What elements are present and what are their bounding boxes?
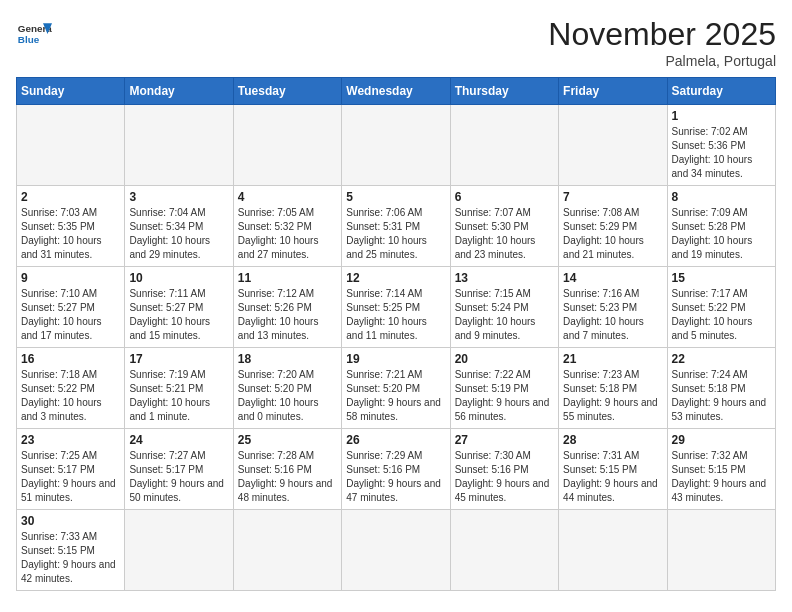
day-number: 18	[238, 352, 337, 366]
day-info: Sunrise: 7:17 AM Sunset: 5:22 PM Dayligh…	[672, 287, 771, 343]
logo-icon: General Blue	[16, 16, 52, 52]
table-row: 4Sunrise: 7:05 AM Sunset: 5:32 PM Daylig…	[233, 186, 341, 267]
table-row: 19Sunrise: 7:21 AM Sunset: 5:20 PM Dayli…	[342, 348, 450, 429]
day-info: Sunrise: 7:24 AM Sunset: 5:18 PM Dayligh…	[672, 368, 771, 424]
logo: General Blue	[16, 16, 52, 52]
table-row: 10Sunrise: 7:11 AM Sunset: 5:27 PM Dayli…	[125, 267, 233, 348]
table-row: 18Sunrise: 7:20 AM Sunset: 5:20 PM Dayli…	[233, 348, 341, 429]
day-number: 23	[21, 433, 120, 447]
table-row: 8Sunrise: 7:09 AM Sunset: 5:28 PM Daylig…	[667, 186, 775, 267]
day-info: Sunrise: 7:22 AM Sunset: 5:19 PM Dayligh…	[455, 368, 554, 424]
table-row	[17, 105, 125, 186]
table-row: 17Sunrise: 7:19 AM Sunset: 5:21 PM Dayli…	[125, 348, 233, 429]
location: Palmela, Portugal	[548, 53, 776, 69]
table-row: 20Sunrise: 7:22 AM Sunset: 5:19 PM Dayli…	[450, 348, 558, 429]
calendar: Sunday Monday Tuesday Wednesday Thursday…	[16, 77, 776, 591]
day-info: Sunrise: 7:07 AM Sunset: 5:30 PM Dayligh…	[455, 206, 554, 262]
day-info: Sunrise: 7:02 AM Sunset: 5:36 PM Dayligh…	[672, 125, 771, 181]
col-monday: Monday	[125, 78, 233, 105]
day-info: Sunrise: 7:14 AM Sunset: 5:25 PM Dayligh…	[346, 287, 445, 343]
table-row: 28Sunrise: 7:31 AM Sunset: 5:15 PM Dayli…	[559, 429, 667, 510]
table-row: 7Sunrise: 7:08 AM Sunset: 5:29 PM Daylig…	[559, 186, 667, 267]
table-row: 1Sunrise: 7:02 AM Sunset: 5:36 PM Daylig…	[667, 105, 775, 186]
calendar-week-row: 9Sunrise: 7:10 AM Sunset: 5:27 PM Daylig…	[17, 267, 776, 348]
day-number: 9	[21, 271, 120, 285]
day-number: 19	[346, 352, 445, 366]
table-row: 12Sunrise: 7:14 AM Sunset: 5:25 PM Dayli…	[342, 267, 450, 348]
day-number: 5	[346, 190, 445, 204]
day-number: 15	[672, 271, 771, 285]
table-row: 27Sunrise: 7:30 AM Sunset: 5:16 PM Dayli…	[450, 429, 558, 510]
day-number: 14	[563, 271, 662, 285]
calendar-week-row: 23Sunrise: 7:25 AM Sunset: 5:17 PM Dayli…	[17, 429, 776, 510]
day-info: Sunrise: 7:20 AM Sunset: 5:20 PM Dayligh…	[238, 368, 337, 424]
day-number: 4	[238, 190, 337, 204]
day-number: 27	[455, 433, 554, 447]
table-row: 2Sunrise: 7:03 AM Sunset: 5:35 PM Daylig…	[17, 186, 125, 267]
day-info: Sunrise: 7:10 AM Sunset: 5:27 PM Dayligh…	[21, 287, 120, 343]
day-info: Sunrise: 7:11 AM Sunset: 5:27 PM Dayligh…	[129, 287, 228, 343]
table-row: 11Sunrise: 7:12 AM Sunset: 5:26 PM Dayli…	[233, 267, 341, 348]
day-number: 10	[129, 271, 228, 285]
day-info: Sunrise: 7:12 AM Sunset: 5:26 PM Dayligh…	[238, 287, 337, 343]
table-row: 29Sunrise: 7:32 AM Sunset: 5:15 PM Dayli…	[667, 429, 775, 510]
day-info: Sunrise: 7:04 AM Sunset: 5:34 PM Dayligh…	[129, 206, 228, 262]
day-number: 2	[21, 190, 120, 204]
day-info: Sunrise: 7:15 AM Sunset: 5:24 PM Dayligh…	[455, 287, 554, 343]
table-row	[559, 510, 667, 591]
table-row: 26Sunrise: 7:29 AM Sunset: 5:16 PM Dayli…	[342, 429, 450, 510]
col-sunday: Sunday	[17, 78, 125, 105]
header: General Blue November 2025 Palmela, Port…	[16, 16, 776, 69]
col-friday: Friday	[559, 78, 667, 105]
day-number: 11	[238, 271, 337, 285]
svg-text:Blue: Blue	[18, 34, 40, 45]
day-info: Sunrise: 7:27 AM Sunset: 5:17 PM Dayligh…	[129, 449, 228, 505]
table-row: 9Sunrise: 7:10 AM Sunset: 5:27 PM Daylig…	[17, 267, 125, 348]
table-row: 24Sunrise: 7:27 AM Sunset: 5:17 PM Dayli…	[125, 429, 233, 510]
table-row	[233, 105, 341, 186]
title-area: November 2025 Palmela, Portugal	[548, 16, 776, 69]
day-info: Sunrise: 7:21 AM Sunset: 5:20 PM Dayligh…	[346, 368, 445, 424]
day-number: 25	[238, 433, 337, 447]
day-info: Sunrise: 7:31 AM Sunset: 5:15 PM Dayligh…	[563, 449, 662, 505]
table-row: 16Sunrise: 7:18 AM Sunset: 5:22 PM Dayli…	[17, 348, 125, 429]
day-number: 30	[21, 514, 120, 528]
calendar-header-row: Sunday Monday Tuesday Wednesday Thursday…	[17, 78, 776, 105]
calendar-week-row: 16Sunrise: 7:18 AM Sunset: 5:22 PM Dayli…	[17, 348, 776, 429]
table-row	[342, 510, 450, 591]
table-row	[559, 105, 667, 186]
day-number: 28	[563, 433, 662, 447]
table-row	[667, 510, 775, 591]
day-info: Sunrise: 7:30 AM Sunset: 5:16 PM Dayligh…	[455, 449, 554, 505]
table-row: 14Sunrise: 7:16 AM Sunset: 5:23 PM Dayli…	[559, 267, 667, 348]
day-number: 29	[672, 433, 771, 447]
day-number: 8	[672, 190, 771, 204]
day-info: Sunrise: 7:29 AM Sunset: 5:16 PM Dayligh…	[346, 449, 445, 505]
table-row: 5Sunrise: 7:06 AM Sunset: 5:31 PM Daylig…	[342, 186, 450, 267]
table-row: 15Sunrise: 7:17 AM Sunset: 5:22 PM Dayli…	[667, 267, 775, 348]
day-number: 16	[21, 352, 120, 366]
col-thursday: Thursday	[450, 78, 558, 105]
day-info: Sunrise: 7:06 AM Sunset: 5:31 PM Dayligh…	[346, 206, 445, 262]
day-info: Sunrise: 7:08 AM Sunset: 5:29 PM Dayligh…	[563, 206, 662, 262]
day-number: 13	[455, 271, 554, 285]
day-number: 1	[672, 109, 771, 123]
month-title: November 2025	[548, 16, 776, 53]
day-number: 12	[346, 271, 445, 285]
day-info: Sunrise: 7:23 AM Sunset: 5:18 PM Dayligh…	[563, 368, 662, 424]
day-info: Sunrise: 7:28 AM Sunset: 5:16 PM Dayligh…	[238, 449, 337, 505]
day-number: 6	[455, 190, 554, 204]
day-info: Sunrise: 7:33 AM Sunset: 5:15 PM Dayligh…	[21, 530, 120, 586]
day-number: 24	[129, 433, 228, 447]
day-number: 7	[563, 190, 662, 204]
calendar-week-row: 1Sunrise: 7:02 AM Sunset: 5:36 PM Daylig…	[17, 105, 776, 186]
table-row: 3Sunrise: 7:04 AM Sunset: 5:34 PM Daylig…	[125, 186, 233, 267]
table-row: 6Sunrise: 7:07 AM Sunset: 5:30 PM Daylig…	[450, 186, 558, 267]
table-row: 25Sunrise: 7:28 AM Sunset: 5:16 PM Dayli…	[233, 429, 341, 510]
day-info: Sunrise: 7:32 AM Sunset: 5:15 PM Dayligh…	[672, 449, 771, 505]
day-number: 22	[672, 352, 771, 366]
day-number: 20	[455, 352, 554, 366]
col-tuesday: Tuesday	[233, 78, 341, 105]
day-info: Sunrise: 7:16 AM Sunset: 5:23 PM Dayligh…	[563, 287, 662, 343]
calendar-week-row: 2Sunrise: 7:03 AM Sunset: 5:35 PM Daylig…	[17, 186, 776, 267]
